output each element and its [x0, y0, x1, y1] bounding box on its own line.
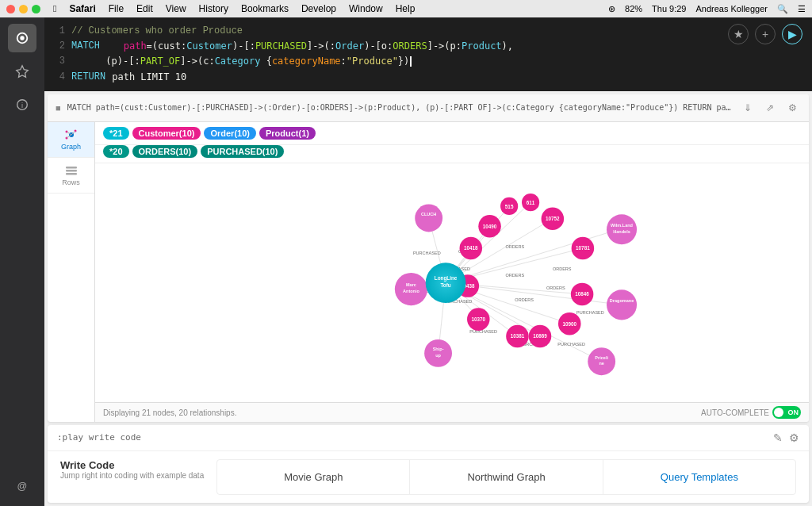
svg-text:up: up: [435, 353, 441, 358]
svg-point-72: [415, 204, 442, 232]
svg-text:ne: ne: [599, 361, 603, 366]
expand-button[interactable]: ⇗: [761, 99, 779, 117]
menu-view[interactable]: View: [166, 3, 186, 14]
editor-actions: ★ + ▶: [728, 24, 802, 44]
svg-text:10846: 10846: [575, 291, 589, 297]
line-num-3: 3: [54, 54, 65, 69]
menu-edit[interactable]: Edit: [136, 3, 153, 14]
favorite-button[interactable]: ★: [728, 24, 749, 44]
result-panel: ■ MATCH path=(cust:Customer)-[:PURCHASED…: [48, 94, 809, 422]
fullscreen-button[interactable]: [32, 5, 40, 13]
nodes-count-badge[interactable]: *21: [103, 127, 129, 140]
menu-history[interactable]: History: [199, 3, 228, 14]
northwind-graph-card[interactable]: Northwind Graph: [410, 460, 603, 494]
rels-count-badge[interactable]: *20: [103, 145, 129, 158]
graph-svg: ORDERSORDERS ORDERSORDERS ORDERSORDERS P…: [95, 163, 809, 402]
tab-graph-label: Graph: [61, 143, 81, 151]
sidebar-icon-favorites[interactable]: [8, 57, 36, 86]
svg-text:10381: 10381: [511, 333, 525, 339]
svg-text:Ship-: Ship-: [433, 347, 444, 351]
menu-apple[interactable]: : [53, 3, 56, 14]
customer-badge[interactable]: Customer(10): [132, 127, 201, 140]
line-num-1: 1: [54, 24, 65, 39]
run-button[interactable]: ▶: [782, 24, 802, 44]
minimize-button[interactable]: [19, 5, 28, 13]
menu-safari[interactable]: Safari: [69, 3, 95, 14]
status-text: Displaying 21 nodes, 20 relationships.: [103, 408, 236, 417]
svg-text:10370: 10370: [471, 316, 485, 322]
svg-text:10869: 10869: [533, 333, 547, 339]
tab-graph[interactable]: Graph: [48, 122, 94, 158]
result-icon: ■: [56, 103, 61, 113]
svg-text:@: @: [17, 481, 28, 492]
query-templates-card[interactable]: Query Templates: [603, 460, 795, 494]
svg-text:Tofu: Tofu: [440, 282, 450, 288]
add-button[interactable]: +: [755, 24, 776, 44]
movie-graph-card[interactable]: Movie Graph: [217, 460, 410, 494]
svg-text:10781: 10781: [576, 245, 590, 251]
wifi-icon: ⊛: [608, 4, 615, 14]
view-tabs: Graph Rows: [48, 122, 95, 422]
code-comment: // Customers who order Produce: [71, 24, 243, 39]
autocomplete-state: ON: [788, 408, 799, 416]
edit-write-code-button[interactable]: ✎: [773, 431, 783, 444]
sidebar-icon-at[interactable]: @: [8, 471, 36, 500]
product-badge[interactable]: Product(1): [259, 127, 316, 140]
sidebar-icon-logo[interactable]: [8, 24, 36, 52]
svg-text:CLUCH: CLUCH: [421, 212, 436, 217]
svg-text:611: 611: [527, 200, 535, 205]
autocomplete-label: AUTO-COMPLETE: [701, 408, 769, 417]
download-button[interactable]: ⇓: [739, 99, 756, 117]
sidebar-icon-info[interactable]: i: [8, 90, 36, 119]
svg-text:10490: 10490: [483, 223, 497, 228]
tab-rows[interactable]: Rows: [48, 158, 94, 194]
menu-bar:  Safari File Edit View History Bookmark…: [0, 0, 812, 17]
svg-text:PURCHASED: PURCHASED: [469, 329, 497, 334]
code-editor[interactable]: 1 // Customers who order Produce 2 MATCH…: [44, 17, 812, 91]
sidebar: i @: [0, 17, 44, 506]
code-line4-rest: path LIMIT 10: [112, 70, 186, 85]
svg-text:Marc: Marc: [406, 282, 416, 287]
settings-button[interactable]: ⚙: [783, 99, 801, 117]
purchased-badge[interactable]: PURCHASED(10): [201, 145, 284, 158]
traffic-lights: [6, 5, 40, 13]
svg-text:10752: 10752: [546, 216, 560, 221]
graph-area: *21 Customer(10) Order(10) Product(1) *2…: [95, 122, 809, 422]
svg-point-1: [20, 36, 24, 40]
menu-file[interactable]: File: [109, 3, 124, 14]
user-name: Andreas Kollegger: [695, 4, 768, 13]
menu-window[interactable]: Window: [349, 3, 383, 14]
code-return-keyword: RETURN: [71, 70, 105, 85]
autocomplete-pill[interactable]: ON: [772, 406, 801, 419]
order-badge[interactable]: Order(10): [204, 127, 256, 140]
orders-badge[interactable]: ORDERS(10): [132, 145, 198, 158]
play-command: :play write code: [57, 432, 141, 443]
result-query-text: MATCH path=(cust:Customer)-[:PURCHASED]-…: [67, 103, 733, 112]
svg-text:ORDERS: ORDERS: [546, 285, 565, 289]
search-icon[interactable]: 🔍: [777, 4, 788, 14]
svg-text:ORDERS: ORDERS: [505, 272, 524, 277]
menu-bookmarks[interactable]: Bookmarks: [241, 3, 289, 14]
clock: Thu 9:29: [652, 4, 686, 13]
line-num-2: 2: [54, 39, 65, 54]
battery-status: 82%: [625, 4, 642, 13]
settings-write-code-button[interactable]: ⚙: [789, 431, 799, 444]
menu-help[interactable]: Help: [396, 3, 416, 14]
result-header: ■ MATCH path=(cust:Customer)-[:PURCHASED…: [48, 94, 809, 122]
write-code-content: Write Code Jump right into coding with e…: [48, 451, 809, 503]
main-content: 1 // Customers who order Produce 2 MATCH…: [44, 17, 812, 506]
svg-text:Priceli: Priceli: [595, 355, 608, 359]
graph-visualization[interactable]: ORDERSORDERS ORDERSORDERS ORDERSORDERS P…: [95, 163, 809, 402]
close-button[interactable]: [6, 5, 15, 13]
menu-develop[interactable]: Develop: [301, 3, 336, 14]
svg-text:10900: 10900: [562, 320, 576, 326]
write-code-header: :play write code ✎ ⚙: [48, 425, 809, 451]
code-match-keyword: MATCH: [71, 39, 100, 54]
menu-icon[interactable]: ☰: [798, 4, 806, 14]
svg-rect-14: [66, 170, 77, 172]
svg-text:Wilm.Land: Wilm.Land: [611, 223, 634, 228]
code-line3: (p)-[:PART_OF]->(c:Category {categoryNam…: [71, 54, 412, 69]
autocomplete-toggle: AUTO-COMPLETE ON: [701, 406, 801, 419]
graph-container: Graph Rows *21: [48, 122, 809, 422]
result-header-actions: ⇓ ⇗ ⚙: [739, 99, 801, 117]
